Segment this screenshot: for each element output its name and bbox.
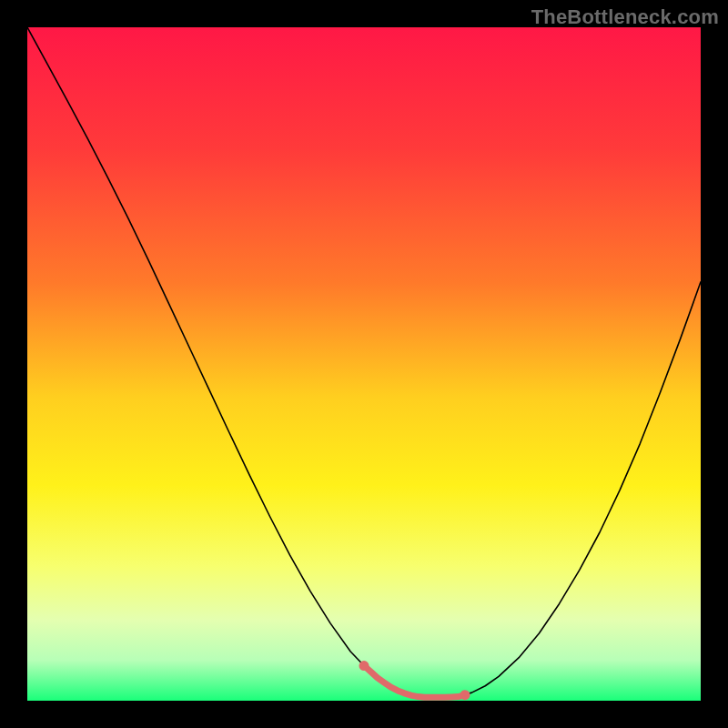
chart-frame: TheBottleneck.com (0, 0, 728, 728)
gradient-background (27, 27, 701, 701)
chart-svg (27, 27, 701, 701)
watermark-text: TheBottleneck.com (531, 5, 719, 29)
highlight-endcap (460, 690, 470, 700)
highlight-endcap (359, 661, 369, 671)
plot-area (27, 27, 701, 701)
